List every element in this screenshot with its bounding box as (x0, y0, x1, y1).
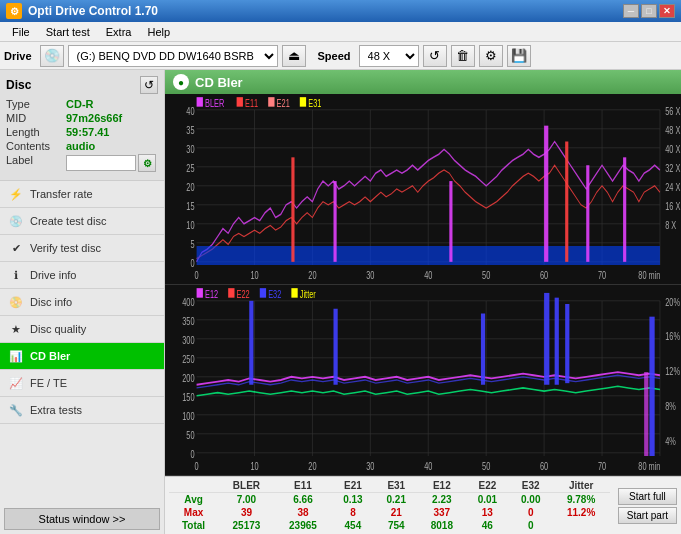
erase-button[interactable]: 🗑 (451, 45, 475, 67)
titlebar-left: ⚙ Opti Drive Control 1.70 (6, 3, 158, 19)
chart-title: CD Bler (195, 75, 243, 90)
svg-text:70: 70 (598, 460, 606, 473)
menu-starttest[interactable]: Start test (38, 24, 98, 40)
svg-text:35: 35 (186, 123, 194, 136)
svg-text:20: 20 (186, 180, 194, 193)
stats-max-row: Max 39 38 8 21 337 13 0 11.2% (169, 506, 610, 519)
drivebar: Drive 💿 (G:) BENQ DVD DD DW1640 BSRB ⏏ S… (0, 42, 681, 70)
svg-text:100: 100 (182, 409, 194, 422)
svg-text:E32: E32 (268, 287, 281, 300)
nav-items: ⚡Transfer rate💿Create test disc✔Verify t… (0, 181, 164, 424)
svg-rect-47 (544, 126, 548, 262)
svg-text:Jitter: Jitter (300, 287, 316, 300)
svg-rect-112 (260, 288, 266, 298)
disc-header: Disc ↺ (6, 76, 158, 94)
svg-text:8 X: 8 X (665, 218, 677, 231)
svg-rect-103 (544, 293, 549, 385)
max-e11: 38 (275, 506, 332, 519)
col-header-e11: E11 (275, 479, 332, 493)
sidebar-item-extra-tests[interactable]: 🔧Extra tests (0, 397, 164, 424)
nav-icon-extra-tests: 🔧 (8, 402, 24, 418)
svg-rect-49 (586, 165, 589, 262)
sidebar-item-cd-bler[interactable]: 📊CD Bler (0, 343, 164, 370)
nav-label-extra-tests: Extra tests (30, 404, 82, 416)
speed-select[interactable]: 48 X (359, 45, 419, 67)
drive-select[interactable]: (G:) BENQ DVD DD DW1640 BSRB (68, 45, 278, 67)
save-button[interactable]: 💾 (507, 45, 531, 67)
total-e11: 23965 (275, 519, 332, 532)
total-jitter (552, 519, 609, 532)
start-part-button[interactable]: Start part (618, 507, 677, 524)
maximize-button[interactable]: □ (641, 4, 657, 18)
svg-text:40: 40 (424, 460, 432, 473)
svg-text:0: 0 (195, 460, 199, 473)
eject-button[interactable]: ⏏ (282, 45, 306, 67)
svg-text:350: 350 (182, 314, 194, 327)
svg-rect-51 (197, 97, 203, 107)
disc-length-label: Length (6, 126, 66, 138)
svg-text:32 X: 32 X (665, 161, 681, 174)
svg-text:40: 40 (424, 269, 432, 282)
titlebar: ⚙ Opti Drive Control 1.70 ─ □ ✕ (0, 0, 681, 22)
nav-icon-create-test-disc: 💿 (8, 213, 24, 229)
disc-contents-row: Contents audio (6, 140, 158, 152)
close-button[interactable]: ✕ (659, 4, 675, 18)
start-buttons: Start full Start part (614, 477, 681, 534)
max-e31: 21 (375, 506, 418, 519)
max-bler: 39 (218, 506, 275, 519)
svg-text:16 X: 16 X (665, 199, 681, 212)
disc-length-value: 59:57.41 (66, 126, 109, 138)
refresh-button[interactable]: ↺ (423, 45, 447, 67)
titlebar-controls[interactable]: ─ □ ✕ (623, 4, 675, 18)
app-icon: ⚙ (6, 3, 22, 19)
disc-contents-value: audio (66, 140, 95, 152)
total-e32: 0 (509, 519, 552, 532)
svg-rect-46 (449, 181, 452, 262)
nav-icon-disc-info: 📀 (8, 294, 24, 310)
svg-text:16%: 16% (665, 330, 680, 343)
sidebar-item-verify-test-disc[interactable]: ✔Verify test disc (0, 235, 164, 262)
start-full-button[interactable]: Start full (618, 488, 677, 505)
menu-file[interactable]: File (4, 24, 38, 40)
sidebar-item-disc-quality[interactable]: ★Disc quality (0, 316, 164, 343)
svg-text:40: 40 (186, 104, 194, 117)
drive-icon-btn[interactable]: 💿 (40, 45, 64, 67)
nav-icon-cd-bler: 📊 (8, 348, 24, 364)
status-window-button[interactable]: Status window >> (4, 508, 160, 530)
options-button[interactable]: ⚙ (479, 45, 503, 67)
svg-rect-106 (649, 317, 654, 456)
sidebar-bottom: Status window >> (0, 504, 164, 534)
sidebar-item-disc-info[interactable]: 📀Disc info (0, 289, 164, 316)
svg-text:50: 50 (482, 460, 490, 473)
disc-refresh-button[interactable]: ↺ (140, 76, 158, 94)
svg-text:50: 50 (186, 428, 194, 441)
max-jitter: 11.2% (552, 506, 609, 519)
col-header-e22: E22 (466, 479, 509, 493)
menu-help[interactable]: Help (139, 24, 178, 40)
total-e21: 454 (331, 519, 374, 532)
svg-text:20: 20 (308, 460, 316, 473)
sidebar-item-transfer-rate[interactable]: ⚡Transfer rate (0, 181, 164, 208)
disc-type-value: CD-R (66, 98, 94, 110)
col-header-jitter: Jitter (552, 479, 609, 493)
sidebar-item-create-test-disc[interactable]: 💿Create test disc (0, 208, 164, 235)
stats-table: BLER E11 E21 E31 E12 E22 E32 Jitter Avg (169, 479, 610, 532)
avg-e12: 2.23 (418, 493, 466, 507)
svg-rect-102 (481, 314, 485, 385)
svg-rect-105 (565, 304, 569, 383)
menu-extra[interactable]: Extra (98, 24, 140, 40)
col-header-e32: E32 (509, 479, 552, 493)
svg-text:E21: E21 (277, 96, 290, 109)
svg-rect-45 (333, 181, 336, 262)
svg-text:5: 5 (190, 237, 194, 250)
svg-text:150: 150 (182, 390, 194, 403)
sidebar-item-drive-info[interactable]: ℹDrive info (0, 262, 164, 289)
disc-mid-row: MID 97m26s66f (6, 112, 158, 124)
nav-icon-disc-quality: ★ (8, 321, 24, 337)
minimize-button[interactable]: ─ (623, 4, 639, 18)
disc-label-input[interactable] (66, 155, 136, 171)
disc-label-settings-button[interactable]: ⚙ (138, 154, 156, 172)
disc-type-label: Type (6, 98, 66, 110)
total-e12: 8018 (418, 519, 466, 532)
sidebar-item-fe-te[interactable]: 📈FE / TE (0, 370, 164, 397)
